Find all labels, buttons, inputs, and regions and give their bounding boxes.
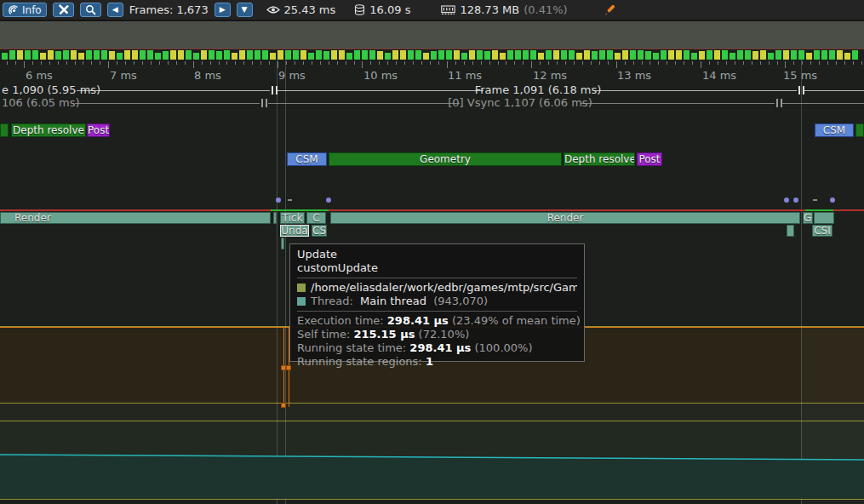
frame-bar (9, 50, 15, 60)
frame-bar (638, 50, 644, 60)
frame-bar (438, 50, 444, 60)
frame-bar (553, 50, 559, 60)
frame-bar (829, 50, 835, 60)
frame-bar (814, 50, 820, 60)
frame-bar (630, 50, 636, 60)
stat-label: Running state regions: (297, 355, 426, 368)
frame-bar (783, 50, 789, 60)
memory-icon (441, 5, 455, 15)
tooltip-stat-row: Running state regions: 1 (297, 355, 577, 369)
frame-bar (760, 50, 766, 60)
frame-bar (362, 50, 368, 60)
source-color-swatch (297, 284, 306, 292)
prev-frame-button[interactable]: ◀ (107, 3, 123, 17)
frame-bar (270, 53, 276, 60)
tooltip-source-row: /home/eliasdaler/work/edbr/games/mtp/src… (297, 281, 577, 295)
frames-overview-bars[interactable] (0, 49, 864, 60)
frame-bar (40, 53, 46, 60)
crayon-icon[interactable] (604, 3, 616, 16)
right-arrow-icon: ▶ (220, 6, 226, 14)
frame-bar (507, 50, 513, 60)
frame-bar (201, 50, 207, 60)
frame-menu-button[interactable]: ▼ (237, 3, 253, 17)
thread-name: Main thread (360, 295, 426, 307)
frame-bar (109, 51, 115, 60)
frame-bar (32, 50, 38, 60)
frame-bar (515, 50, 521, 60)
frame-bar (523, 50, 529, 60)
frame-bar (124, 50, 130, 60)
frame-bar (408, 50, 414, 60)
frame-bar (216, 51, 222, 60)
frame-bar (461, 53, 467, 60)
frame-bar (561, 50, 567, 60)
frame-bar (140, 50, 146, 60)
frame-bar (599, 50, 605, 60)
plot-fill (0, 455, 864, 499)
thread-color-swatch (297, 297, 306, 306)
database-icon (354, 4, 365, 15)
frame-bar (232, 53, 237, 60)
frame-bar (668, 50, 674, 60)
frame-bar (331, 50, 337, 60)
frame-bar (293, 50, 299, 60)
tooltip-separator (297, 278, 577, 278)
frame-bar (806, 53, 812, 60)
stat-value: 298.41 µs (387, 314, 449, 327)
frame-bar (247, 50, 253, 60)
stat-value: 215.15 µs (353, 328, 415, 341)
frame-bar (768, 53, 774, 60)
tooltip-separator (297, 311, 577, 312)
tooltip-stat-row: Execution time: 298.41 µs (23.49% of mea… (297, 314, 577, 328)
frame-bar (262, 50, 268, 60)
frame-bar (722, 50, 728, 60)
frame-bar (676, 50, 682, 60)
tooltip-stat-row: Running state time: 298.41 µs (100.00%) (297, 341, 577, 355)
frame-bar (193, 53, 199, 60)
frame-bar (530, 50, 536, 60)
info-button[interactable]: Info (3, 3, 47, 17)
frame-bar (852, 50, 858, 60)
tooltip-stat-row: Self time: 215.15 µs (72.10%) (297, 328, 577, 341)
frame-bar (377, 51, 383, 60)
frame-bar (25, 50, 31, 60)
frame-bar (55, 51, 61, 60)
frame-bar (752, 51, 758, 60)
frame-bar (707, 50, 712, 60)
eye-icon (266, 5, 280, 14)
tracy-profiler-window: Info ◀ Frames: 1,673 ▶ ▼ 25.43 ms (0, 0, 864, 504)
frames-overview-band[interactable] (0, 21, 864, 49)
frame-bar (446, 50, 452, 60)
left-arrow-icon: ◀ (112, 6, 118, 14)
frame-bar (691, 53, 697, 60)
frame-bar (392, 50, 398, 60)
search-button[interactable] (80, 3, 101, 17)
stat-value: 1 (426, 355, 433, 368)
capture-time-stat: 16.09 s (354, 3, 410, 16)
frame-bar (78, 53, 84, 60)
frame-bar (147, 50, 153, 60)
frame-bar (170, 50, 176, 60)
memory-value: 128.73 MB (460, 3, 519, 16)
frame-bar (346, 53, 352, 60)
frame-bar (385, 53, 391, 60)
frame-bar (255, 50, 260, 60)
frame-bar (178, 50, 184, 60)
frame-bar (745, 50, 751, 60)
stat-value: 298.41 µs (409, 341, 471, 354)
frame-bar (369, 50, 375, 60)
frame-bar (94, 50, 100, 60)
frame-bar (48, 50, 54, 60)
frame-bar (17, 50, 23, 60)
frame-bar (653, 53, 659, 60)
frame-bar (163, 51, 169, 60)
frame-bar (454, 50, 460, 60)
tooltip-thread-row: Thread: Main thread (943,070) (297, 295, 577, 308)
stat-label: Self time: (297, 328, 353, 341)
down-arrow-icon: ▼ (242, 6, 248, 14)
settings-button[interactable] (53, 3, 74, 17)
capture-time-value: 16.09 s (369, 3, 410, 16)
tooltip-stats: Execution time: 298.41 µs (23.49% of mea… (297, 314, 577, 369)
stat-extra: (100.00%) (471, 341, 532, 354)
next-frame-button[interactable]: ▶ (215, 3, 231, 17)
